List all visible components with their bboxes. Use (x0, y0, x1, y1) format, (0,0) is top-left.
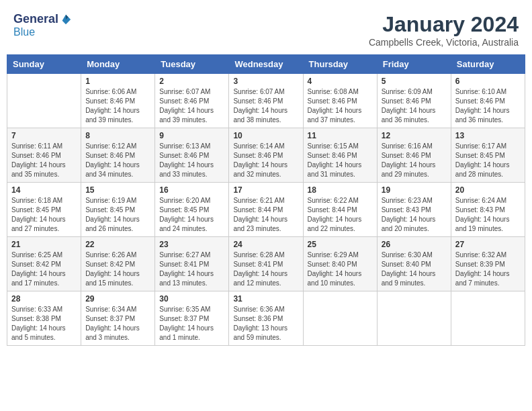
logo: General Blue (13, 12, 72, 38)
day-number: 12 (382, 131, 447, 140)
day-number: 8 (85, 131, 150, 140)
calendar-cell: 19Sunrise: 6:23 AM Sunset: 8:43 PM Dayli… (377, 183, 451, 237)
day-info: Sunrise: 6:17 AM Sunset: 8:45 PM Dayligh… (455, 142, 521, 179)
day-info: Sunrise: 6:16 AM Sunset: 8:46 PM Dayligh… (382, 142, 447, 179)
day-info: Sunrise: 6:32 AM Sunset: 8:39 PM Dayligh… (455, 250, 521, 288)
calendar-header-row: SundayMondayTuesdayWednesdayThursdayFrid… (7, 55, 525, 74)
day-info: Sunrise: 6:30 AM Sunset: 8:40 PM Dayligh… (382, 250, 447, 288)
calendar-cell (303, 291, 377, 346)
calendar-cell: 15Sunrise: 6:19 AM Sunset: 8:45 PM Dayli… (81, 183, 155, 237)
weekday-header: Friday (377, 55, 451, 74)
calendar-cell: 28Sunrise: 6:33 AM Sunset: 8:38 PM Dayli… (7, 291, 81, 346)
day-info: Sunrise: 6:07 AM Sunset: 8:46 PM Dayligh… (233, 87, 298, 125)
calendar-cell: 29Sunrise: 6:34 AM Sunset: 8:37 PM Dayli… (81, 291, 155, 346)
day-info: Sunrise: 6:11 AM Sunset: 8:46 PM Dayligh… (11, 142, 77, 179)
calendar-week-row: 14Sunrise: 6:18 AM Sunset: 8:45 PM Dayli… (7, 183, 525, 237)
calendar-week-row: 1Sunrise: 6:06 AM Sunset: 8:46 PM Daylig… (7, 74, 525, 128)
month-title: January 2024 (369, 12, 519, 37)
calendar-cell: 2Sunrise: 6:07 AM Sunset: 8:46 PM Daylig… (155, 74, 229, 128)
calendar-cell: 26Sunrise: 6:30 AM Sunset: 8:40 PM Dayli… (377, 237, 451, 291)
title-block: January 2024 Campbells Creek, Victoria, … (369, 12, 519, 48)
day-number: 15 (85, 185, 150, 195)
calendar-cell: 25Sunrise: 6:29 AM Sunset: 8:40 PM Dayli… (303, 237, 377, 291)
calendar-cell: 21Sunrise: 6:25 AM Sunset: 8:42 PM Dayli… (7, 237, 81, 291)
calendar-cell: 17Sunrise: 6:21 AM Sunset: 8:44 PM Dayli… (229, 183, 303, 237)
day-number: 19 (382, 185, 447, 195)
day-info: Sunrise: 6:23 AM Sunset: 8:43 PM Dayligh… (382, 196, 447, 234)
calendar-cell: 4Sunrise: 6:08 AM Sunset: 8:46 PM Daylig… (303, 74, 377, 128)
weekday-header: Thursday (303, 55, 377, 74)
day-number: 24 (233, 240, 298, 249)
weekday-header: Sunday (7, 55, 81, 74)
day-number: 17 (233, 185, 298, 195)
day-info: Sunrise: 6:21 AM Sunset: 8:44 PM Dayligh… (233, 196, 298, 234)
day-number: 20 (455, 185, 521, 195)
calendar-cell (377, 291, 451, 346)
calendar-cell: 30Sunrise: 6:35 AM Sunset: 8:37 PM Dayli… (155, 291, 229, 346)
day-number: 6 (455, 77, 521, 86)
calendar-cell: 8Sunrise: 6:12 AM Sunset: 8:46 PM Daylig… (81, 128, 155, 183)
day-info: Sunrise: 6:10 AM Sunset: 8:46 PM Dayligh… (455, 87, 521, 125)
weekday-header: Wednesday (229, 55, 303, 74)
calendar-cell: 20Sunrise: 6:24 AM Sunset: 8:43 PM Dayli… (451, 183, 525, 237)
calendar-cell (451, 291, 525, 346)
day-number: 27 (455, 240, 521, 249)
day-info: Sunrise: 6:27 AM Sunset: 8:41 PM Dayligh… (159, 250, 224, 288)
day-info: Sunrise: 6:06 AM Sunset: 8:46 PM Dayligh… (85, 87, 150, 125)
day-number: 10 (233, 131, 298, 140)
day-number: 7 (11, 131, 77, 140)
location-text: Campbells Creek, Victoria, Australia (369, 37, 519, 48)
day-info: Sunrise: 6:12 AM Sunset: 8:46 PM Dayligh… (85, 142, 150, 179)
calendar-cell: 9Sunrise: 6:13 AM Sunset: 8:46 PM Daylig… (155, 128, 229, 183)
day-number: 26 (382, 240, 447, 249)
day-number: 2 (159, 77, 224, 86)
day-number: 25 (308, 240, 373, 249)
logo-general-text: General (13, 12, 58, 26)
calendar-cell: 16Sunrise: 6:20 AM Sunset: 8:45 PM Dayli… (155, 183, 229, 237)
day-info: Sunrise: 6:34 AM Sunset: 8:37 PM Dayligh… (85, 305, 150, 342)
day-number: 31 (233, 294, 298, 304)
day-info: Sunrise: 6:26 AM Sunset: 8:42 PM Dayligh… (85, 250, 150, 288)
day-number: 29 (85, 294, 150, 304)
day-info: Sunrise: 6:19 AM Sunset: 8:45 PM Dayligh… (85, 196, 150, 234)
day-number: 13 (455, 131, 521, 140)
day-number: 5 (382, 77, 447, 86)
day-info: Sunrise: 6:08 AM Sunset: 8:46 PM Dayligh… (308, 87, 373, 125)
calendar-cell: 6Sunrise: 6:10 AM Sunset: 8:46 PM Daylig… (451, 74, 525, 128)
calendar-table: SundayMondayTuesdayWednesdayThursdayFrid… (7, 54, 525, 346)
calendar-cell: 5Sunrise: 6:09 AM Sunset: 8:46 PM Daylig… (377, 74, 451, 128)
day-info: Sunrise: 6:22 AM Sunset: 8:44 PM Dayligh… (308, 196, 373, 234)
calendar-cell: 23Sunrise: 6:27 AM Sunset: 8:41 PM Dayli… (155, 237, 229, 291)
day-number: 21 (11, 240, 77, 249)
day-number: 22 (85, 240, 150, 249)
calendar-cell: 3Sunrise: 6:07 AM Sunset: 8:46 PM Daylig… (229, 74, 303, 128)
day-info: Sunrise: 6:18 AM Sunset: 8:45 PM Dayligh… (11, 196, 77, 234)
logo-blue-text: Blue (13, 26, 35, 38)
calendar-cell: 10Sunrise: 6:14 AM Sunset: 8:46 PM Dayli… (229, 128, 303, 183)
calendar-cell: 27Sunrise: 6:32 AM Sunset: 8:39 PM Dayli… (451, 237, 525, 291)
calendar-cell: 12Sunrise: 6:16 AM Sunset: 8:46 PM Dayli… (377, 128, 451, 183)
day-info: Sunrise: 6:28 AM Sunset: 8:41 PM Dayligh… (233, 250, 298, 288)
page-header: General Blue January 2024 Campbells Cree… (7, 7, 525, 50)
day-info: Sunrise: 6:29 AM Sunset: 8:40 PM Dayligh… (308, 250, 373, 288)
calendar-cell: 11Sunrise: 6:15 AM Sunset: 8:46 PM Dayli… (303, 128, 377, 183)
day-info: Sunrise: 6:33 AM Sunset: 8:38 PM Dayligh… (11, 305, 77, 342)
logo-icon (60, 13, 72, 26)
day-info: Sunrise: 6:35 AM Sunset: 8:37 PM Dayligh… (159, 305, 224, 342)
calendar-week-row: 28Sunrise: 6:33 AM Sunset: 8:38 PM Dayli… (7, 291, 525, 346)
day-number: 4 (308, 77, 373, 86)
calendar-cell: 13Sunrise: 6:17 AM Sunset: 8:45 PM Dayli… (451, 128, 525, 183)
weekday-header: Saturday (451, 55, 525, 74)
day-number: 9 (159, 131, 224, 140)
day-info: Sunrise: 6:13 AM Sunset: 8:46 PM Dayligh… (159, 142, 224, 179)
calendar-cell: 24Sunrise: 6:28 AM Sunset: 8:41 PM Dayli… (229, 237, 303, 291)
day-number: 18 (308, 185, 373, 195)
day-number: 14 (11, 185, 77, 195)
calendar-cell: 18Sunrise: 6:22 AM Sunset: 8:44 PM Dayli… (303, 183, 377, 237)
calendar-cell: 1Sunrise: 6:06 AM Sunset: 8:46 PM Daylig… (81, 74, 155, 128)
day-info: Sunrise: 6:25 AM Sunset: 8:42 PM Dayligh… (11, 250, 77, 288)
calendar-cell: 22Sunrise: 6:26 AM Sunset: 8:42 PM Dayli… (81, 237, 155, 291)
day-info: Sunrise: 6:15 AM Sunset: 8:46 PM Dayligh… (308, 142, 373, 179)
day-number: 11 (308, 131, 373, 140)
calendar-cell: 7Sunrise: 6:11 AM Sunset: 8:46 PM Daylig… (7, 128, 81, 183)
